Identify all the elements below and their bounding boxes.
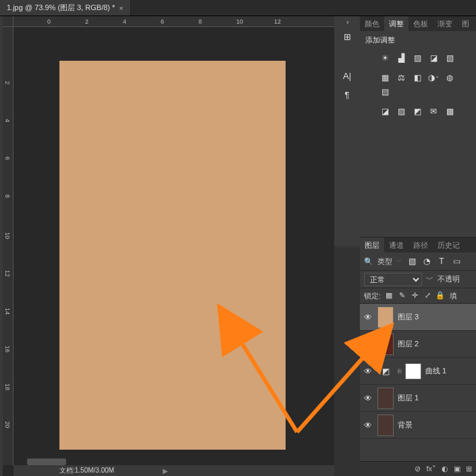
canvas[interactable] (59, 61, 286, 450)
adjustment-icon[interactable]: ◪ (427, 52, 440, 63)
adjust-tab[interactable]: 颜色 (360, 16, 384, 32)
collapsed-panel-strip: ‹‹ ⊞ A| ¶ (334, 16, 360, 246)
adjust-tab[interactable]: 渐变 (433, 16, 457, 32)
adjust-tab[interactable]: 调整 (384, 16, 408, 32)
layers-footer: ⊘fx˅◐▣⊞ (360, 461, 476, 476)
layers-footer-icon[interactable]: ▣ (454, 465, 460, 473)
ruler-tick: 16 (4, 346, 11, 352)
lock-icon[interactable]: ▩ (384, 291, 394, 301)
adjustment-icon[interactable]: ▦ (379, 72, 391, 83)
adjustment-icon[interactable]: ◩ (411, 105, 423, 117)
canvas-area[interactable] (14, 27, 334, 465)
ruler-tick: 8 (199, 18, 202, 25)
adjustment-icon[interactable]: ◍ (444, 72, 456, 83)
lock-icon[interactable]: 填 (448, 291, 458, 301)
adjustment-icons-row2: ▦⚖◧◑᛫◍▤ (360, 69, 476, 103)
layer-thumb[interactable] (377, 334, 394, 355)
expand-panels-icon[interactable]: ‹‹ (346, 19, 348, 26)
layer-name[interactable]: 图层 1 (398, 393, 419, 403)
character-panel-icon[interactable]: A| (338, 68, 356, 84)
layer-row[interactable]: 👁图层 1 (360, 385, 476, 412)
ruler-horizontal[interactable]: 024681012 (14, 16, 334, 27)
lock-icon[interactable]: ⤢ (423, 291, 432, 301)
layer-list: 👁图层 3👁图层 2👁◩⎘曲线 1👁图层 1👁背景 (360, 304, 476, 461)
layer-name[interactable]: 曲线 1 (425, 366, 446, 376)
ruler-tick: 12 (4, 270, 11, 277)
document-tab[interactable]: 1.jpg @ 73.9% (图层 3, RGB/8) * × (0, 0, 131, 16)
layer-row[interactable]: 👁图层 3 (360, 304, 476, 331)
adjustment-icon[interactable]: ☀ (379, 52, 391, 63)
layers-panel: 图层通道路径历史记 🔍 类型 ﹀ ▧◔T▭ 正常 ﹀ 不透明 锁定: ▩✎✛⤢🔒… (360, 237, 476, 476)
ruler-tick: 10 (236, 18, 243, 25)
visibility-icon[interactable]: 👁 (364, 394, 373, 403)
ruler-tick: 8 (4, 194, 11, 198)
lock-icon[interactable]: ✛ (410, 291, 419, 301)
layer-row[interactable]: 👁背景 (360, 412, 476, 439)
adjust-tab[interactable]: 色板 (408, 16, 433, 32)
layer-name[interactable]: 背景 (398, 420, 413, 430)
adjust-tab[interactable]: 图 (457, 16, 474, 32)
visibility-icon[interactable]: 👁 (364, 367, 373, 376)
lock-icon[interactable]: ✎ (397, 291, 406, 301)
filter-kind-icon[interactable]: T (436, 257, 447, 266)
layer-name[interactable]: 图层 3 (398, 312, 419, 322)
layers-footer-icon[interactable]: fx˅ (426, 465, 436, 473)
adjustment-icon[interactable]: ▧ (444, 52, 456, 63)
document-tab-bar: 1.jpg @ 73.9% (图层 3, RGB/8) * × (0, 0, 476, 16)
layer-row[interactable]: 👁◩⎘曲线 1 (360, 358, 476, 385)
ruler-vertical[interactable]: 2468101214161820 (3, 27, 14, 465)
layer-thumb[interactable] (377, 388, 394, 409)
adjustment-icon[interactable]: ▩ (444, 105, 456, 117)
layers-footer-icon[interactable]: ⊞ (466, 465, 472, 473)
ruler-corner (3, 16, 14, 27)
filter-kind-icon[interactable]: ▧ (406, 257, 417, 266)
adjustment-icon[interactable]: ▨ (395, 105, 407, 117)
ruler-tick: 20 (4, 421, 11, 428)
dropdown-icon[interactable]: ﹀ (426, 274, 433, 284)
layer-thumb[interactable] (377, 307, 394, 328)
adjustment-icon[interactable]: ◧ (411, 72, 423, 83)
dropdown-icon[interactable]: ﹀ (396, 257, 402, 266)
visibility-icon[interactable]: 👁 (364, 340, 373, 349)
ruler-tick: 18 (4, 384, 11, 390)
paragraph-panel-icon[interactable]: ¶ (338, 86, 356, 103)
status-arrow-icon[interactable]: ▶ (163, 467, 168, 475)
ruler-tick: 6 (4, 157, 11, 160)
properties-icon[interactable]: ⊞ (338, 28, 356, 45)
layer-name[interactable]: 图层 2 (398, 339, 419, 349)
layer-mask-thumb[interactable] (405, 363, 421, 379)
blend-mode-select[interactable]: 正常 (364, 273, 422, 286)
adjustment-icon[interactable]: ▨ (411, 52, 423, 63)
layers-footer-icon[interactable]: ⊘ (415, 465, 421, 473)
layer-kind-label: 类型 (377, 257, 392, 267)
layers-tab[interactable]: 历史记 (433, 238, 465, 253)
filter-kind-icon[interactable]: ◔ (421, 257, 432, 266)
adjustment-icons-row3: ◪▨◩✉▩ (360, 103, 476, 122)
adjustment-icon[interactable]: ▟ (395, 52, 407, 63)
filter-kind-icon[interactable]: ▭ (451, 257, 462, 266)
layers-tab[interactable]: 通道 (384, 238, 408, 253)
add-adjustment-label: 添加调整 (360, 31, 476, 49)
scrollbar-horizontal[interactable] (27, 458, 66, 465)
adjustment-icon[interactable]: ▤ (379, 86, 391, 97)
blend-row: 正常 ﹀ 不透明 (360, 270, 476, 288)
layers-tab[interactable]: 路径 (408, 238, 433, 253)
adjustment-icon[interactable]: ◪ (379, 105, 391, 117)
layer-thumb[interactable] (377, 415, 394, 436)
link-icon: ⎘ (398, 368, 401, 375)
right-panels: 颜色调整色板渐变图 添加调整 ☀▟▨◪▧ ▦⚖◧◑᛫◍▤ ◪▨◩✉▩ 图层通道路… (360, 16, 476, 476)
search-icon[interactable]: 🔍 (364, 257, 373, 266)
adjustment-icon[interactable]: ◑᛫ (427, 72, 440, 83)
layers-panel-tabs: 图层通道路径历史记 (360, 238, 476, 253)
adjustment-icon[interactable]: ✉ (427, 105, 440, 117)
layers-footer-icon[interactable]: ◐ (442, 465, 448, 473)
ruler-tick: 2 (4, 81, 11, 84)
lock-row: 锁定: ▩✎✛⤢🔒填 (360, 288, 476, 304)
visibility-icon[interactable]: 👁 (364, 313, 373, 322)
close-icon[interactable]: × (119, 4, 123, 12)
layers-tab[interactable]: 图层 (360, 238, 384, 253)
lock-icon[interactable]: 🔒 (435, 291, 445, 301)
visibility-icon[interactable]: 👁 (364, 421, 373, 430)
adjustment-icon[interactable]: ⚖ (395, 72, 407, 83)
layer-row[interactable]: 👁图层 2 (360, 331, 476, 358)
